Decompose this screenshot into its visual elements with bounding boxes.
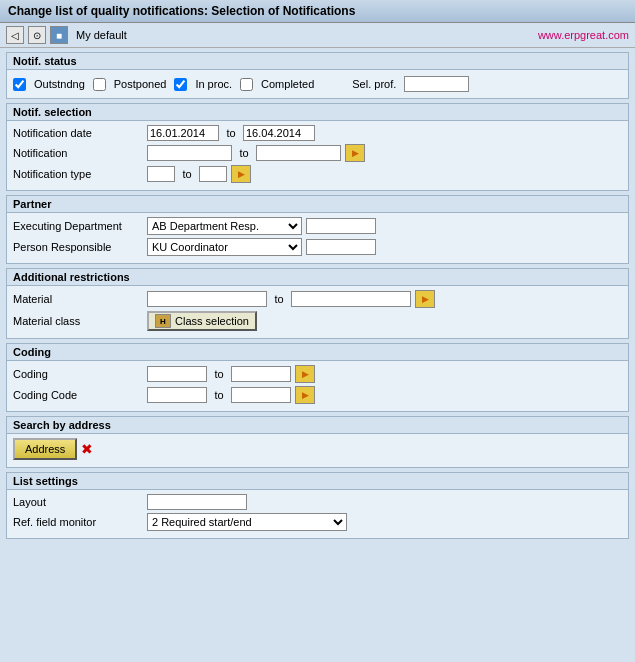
search-by-address-title: Search by address [7,417,628,434]
completed-label: Completed [261,78,314,90]
executing-dept-label: Executing Department [13,220,143,232]
material-label: Material [13,293,143,305]
notification-from[interactable] [147,145,232,161]
executing-dept-select[interactable]: AB Department Resp. [147,217,302,235]
notif-selection-title: Notif. selection [7,104,628,121]
toolbar: ◁ ⊙ ■ My default www.erpgreat.com [0,23,635,48]
list-settings-title: List settings [7,473,628,490]
postponed-label: Postponed [114,78,167,90]
executing-dept-input[interactable] [306,218,376,234]
completed-checkbox[interactable] [240,78,253,91]
to-label-coding-code: to [211,389,227,401]
list-settings-section: List settings Layout Ref. field monitor … [6,472,629,539]
notification-type-arrow-btn[interactable] [231,165,251,183]
additional-restrictions-section: Additional restrictions Material to Mate… [6,268,629,339]
notification-label: Notification [13,147,143,159]
coding-code-arrow-btn[interactable] [295,386,315,404]
search-by-address-section: Search by address Address ✖ [6,416,629,468]
coding-from[interactable] [147,366,207,382]
notification-date-label: Notification date [13,127,143,139]
coding-label: Coding [13,368,143,380]
coding-code-to[interactable] [231,387,291,403]
to-label-2: to [236,147,252,159]
material-from[interactable] [147,291,267,307]
ref-field-monitor-select[interactable]: 2 Required start/end 1 Optional 3 Mandat… [147,513,347,531]
partner-section: Partner Executing Department AB Departme… [6,195,629,264]
in-proc-label: In proc. [195,78,232,90]
partner-title: Partner [7,196,628,213]
notification-type-from[interactable] [147,166,175,182]
material-to[interactable] [291,291,411,307]
outstndng-checkbox[interactable] [13,78,26,91]
title-bar: Change list of quality notifications: Se… [0,0,635,23]
class-sel-label: Class selection [175,315,249,327]
person-responsible-select[interactable]: KU Coordinator [147,238,302,256]
outstndng-label: Outstndng [34,78,85,90]
coding-code-from[interactable] [147,387,207,403]
notif-status-section: Notif. status Outstndng Postponed In pro… [6,52,629,99]
delete-icon[interactable]: ✖ [81,441,93,457]
in-proc-checkbox[interactable] [174,78,187,91]
page-title: Change list of quality notifications: Se… [8,4,355,18]
address-button-label: Address [25,443,65,455]
back-icon[interactable]: ◁ [6,26,24,44]
class-selection-button[interactable]: H Class selection [147,311,257,331]
save-icon[interactable]: ■ [50,26,68,44]
notif-selection-section: Notif. selection Notification date to No… [6,103,629,191]
to-label-1: to [223,127,239,139]
sel-prof-input[interactable] [404,76,469,92]
notification-date-from[interactable] [147,125,219,141]
class-sel-icon: H [155,314,171,328]
notification-type-to[interactable] [199,166,227,182]
address-button[interactable]: Address [13,438,77,460]
toolbar-default-label: My default [76,29,127,41]
to-label-coding: to [211,368,227,380]
ref-field-monitor-label: Ref. field monitor [13,516,143,528]
coding-code-label: Coding Code [13,389,143,401]
notif-status-title: Notif. status [7,53,628,70]
notification-date-to[interactable] [243,125,315,141]
additional-restrictions-title: Additional restrictions [7,269,628,286]
forward-icon[interactable]: ⊙ [28,26,46,44]
layout-input[interactable] [147,494,247,510]
coding-to[interactable] [231,366,291,382]
sel-prof-label: Sel. prof. [352,78,396,90]
material-arrow-btn[interactable] [415,290,435,308]
person-responsible-input[interactable] [306,239,376,255]
to-label-mat: to [271,293,287,305]
notification-type-label: Notification type [13,168,143,180]
notification-arrow-btn[interactable] [345,144,365,162]
postponed-checkbox[interactable] [93,78,106,91]
coding-section: Coding Coding to Coding Code to [6,343,629,412]
to-label-3: to [179,168,195,180]
person-responsible-label: Person Responsible [13,241,143,253]
coding-title: Coding [7,344,628,361]
material-class-label: Material class [13,315,143,327]
coding-arrow-btn[interactable] [295,365,315,383]
notification-to[interactable] [256,145,341,161]
erp-link: www.erpgreat.com [538,29,629,41]
layout-label: Layout [13,496,143,508]
